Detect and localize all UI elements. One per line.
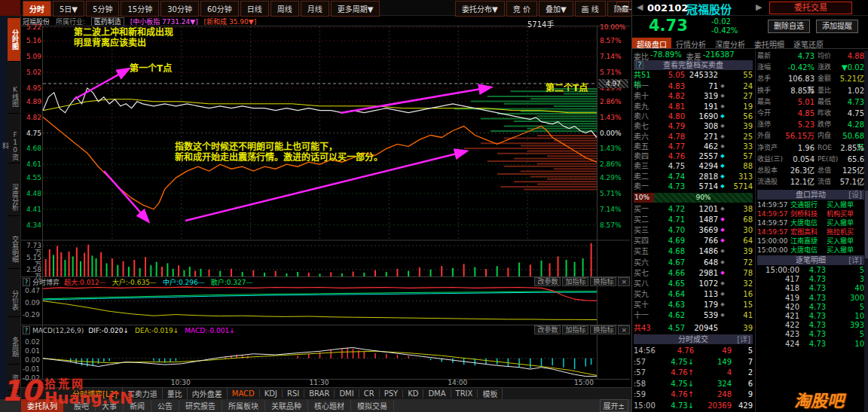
period-tab-5分钟[interactable]: 5分钟 bbox=[86, 1, 119, 17]
orderbook-row[interactable]: 买九4.64113◆16 bbox=[634, 289, 753, 299]
orderbook-row[interactable]: 共43档4.572094539 bbox=[634, 323, 753, 333]
indicator-tab-模板[interactable]: 模板 bbox=[478, 388, 503, 399]
indicator-tab-MACD[interactable]: MACD bbox=[228, 389, 260, 398]
pane-button[interactable]: × bbox=[618, 325, 630, 334]
orderbook-row[interactable]: 卖二4.742818◆313 bbox=[634, 172, 753, 182]
orderbook-row[interactable]: 卖三4.754294◆88 bbox=[634, 161, 753, 171]
period-tab-周线[interactable]: 周线 bbox=[270, 1, 299, 17]
orderbook-row[interactable]: 买十4.63179◆15 bbox=[634, 300, 753, 310]
pane-button[interactable]: × bbox=[618, 277, 630, 286]
sidebar-item-分时图[interactable]: 分时图 bbox=[8, 18, 20, 62]
indicator-tab-DMA[interactable]: DMA bbox=[423, 389, 451, 398]
panel-tab-超级盘口[interactable]: 超级盘口 bbox=[632, 38, 671, 48]
status-item-关联品种[interactable]: 关联品种 bbox=[265, 400, 308, 411]
indicator-tab-量比[interactable]: 量比 bbox=[163, 388, 188, 399]
orderbook-row[interactable]: 买六4.67648◆72 bbox=[634, 258, 753, 267]
sidebar-item-交易明细[interactable]: 交易明细 bbox=[8, 230, 20, 269]
period-tab-60分钟[interactable]: 60分钟 bbox=[200, 1, 239, 17]
orderbook-row[interactable]: 买八4.651072◆32 bbox=[634, 279, 753, 288]
period-tab-30分钟[interactable]: 30分钟 bbox=[160, 1, 199, 17]
indicator-tab-BRAR[interactable]: BRAR bbox=[304, 389, 335, 398]
indicator-tab-KD[interactable]: KD bbox=[403, 389, 423, 398]
period-tab-15分钟[interactable]: 15分钟 bbox=[121, 1, 159, 17]
pane-button[interactable]: 换指标 bbox=[590, 277, 616, 286]
status-item-所属板块[interactable]: 所属板块 bbox=[222, 400, 265, 411]
help-icon[interactable]: ? bbox=[23, 326, 30, 334]
panel-tab-深度分析[interactable]: 深度分析 bbox=[711, 38, 750, 48]
sidebar-item-分价表[interactable]: 分价表 bbox=[8, 283, 20, 317]
pane-button[interactable]: 换指标 bbox=[590, 325, 616, 334]
panel-scrollbar[interactable] bbox=[864, 50, 868, 412]
orderbook-row[interactable]: 买一4.721201◆38 bbox=[634, 204, 753, 214]
indicator-tab-DMI[interactable]: DMI bbox=[335, 389, 359, 398]
status-item-公告[interactable]: 公告 bbox=[151, 400, 179, 411]
anomaly-row[interactable]: 15:00:00江南嘉捷买入撤单 bbox=[757, 237, 864, 246]
orderbook-row[interactable]: 卖九4.81191◆19 bbox=[634, 102, 753, 111]
tool-button[interactable]: 竞 价 bbox=[506, 1, 537, 17]
pane-button[interactable]: 加指标 bbox=[562, 325, 588, 334]
indicator-tab-RSI[interactable]: RSI bbox=[283, 389, 304, 398]
orderbook-row[interactable]: 卖八4.801690◆56 bbox=[634, 111, 753, 121]
indicator-tab-PSY[interactable]: PSY bbox=[380, 389, 404, 398]
indicator-tab-KDJ[interactable]: KDJ bbox=[260, 389, 283, 398]
orderbook-row[interactable]: 十一4.62539◆41 bbox=[634, 310, 753, 320]
period-tab-分时[interactable]: 分时 bbox=[23, 1, 51, 17]
period-tab-日线[interactable]: 日线 bbox=[240, 1, 269, 17]
expand-toggle[interactable]: 展开± bbox=[600, 399, 628, 412]
anomaly-row[interactable]: 14:59:57交通银行买入撤单 bbox=[757, 200, 864, 209]
sidebar-item-多周期[interactable]: 多周期 bbox=[8, 330, 20, 365]
anomaly-row[interactable]: 14:59:57大唐电信买入撤单 bbox=[757, 218, 864, 227]
orderbook-row[interactable]: 买四4.69766◆64 bbox=[634, 236, 753, 246]
indicator-tab-TRIX[interactable]: TRIX bbox=[451, 389, 478, 398]
status-item-核心题材[interactable]: 核心题材 bbox=[308, 400, 351, 411]
full-orderbook-header[interactable]: ? 查看完整档买卖盘 bbox=[634, 60, 753, 70]
orderbook-row[interactable]: 卖一4.735714◆5714 bbox=[634, 182, 753, 191]
orderbook-row[interactable]: 买七4.662981◆78 bbox=[634, 268, 753, 278]
tool-button[interactable]: 委托分布▼ bbox=[455, 1, 505, 17]
help-icon[interactable]: ? bbox=[636, 61, 643, 69]
tool-button[interactable]: 画 线 bbox=[575, 1, 606, 17]
expand-icon[interactable]: ⤢ bbox=[616, 2, 629, 13]
panel-tab-行情分析[interactable]: 行情分析 bbox=[671, 38, 711, 48]
orderbook-row[interactable]: 十一4.8371◆24 bbox=[634, 81, 753, 91]
anomaly-row[interactable]: 15:00:00大唐电信买入撤单 bbox=[757, 246, 864, 255]
pane-button[interactable]: 改参数 bbox=[534, 277, 561, 286]
tick-trades-header[interactable]: 分时成交 [详] bbox=[634, 334, 753, 344]
add-alert-button[interactable]: 添加提醒 bbox=[816, 20, 858, 33]
indicator-tab-内外盘差[interactable]: 内外盘差 bbox=[188, 388, 228, 399]
orderbook-row[interactable]: 买二4.711487◆68 bbox=[634, 215, 753, 224]
sidebar-item-深度分析[interactable]: 深度分析 bbox=[8, 179, 20, 216]
volume: 319 bbox=[685, 91, 718, 101]
panel-tab-委托明细[interactable]: 委托明细 bbox=[750, 38, 789, 48]
status-item-研究报告[interactable]: 研究报告 bbox=[179, 400, 222, 411]
trade-button[interactable]: 委托交易 bbox=[769, 2, 852, 14]
next-stock-icon[interactable]: ▶ bbox=[756, 2, 762, 12]
tool-button[interactable]: 叠加▼ bbox=[539, 1, 573, 17]
anomaly-row[interactable]: 14:59:57宏图高科拖拉机买 bbox=[757, 227, 864, 237]
tick-detail-header[interactable]: 逐笔明细 [详] bbox=[757, 255, 864, 265]
pane-button[interactable]: 加指标 bbox=[562, 277, 588, 286]
orderbook-row[interactable]: 卖六4.78271◆25 bbox=[634, 132, 753, 142]
orderbook-row[interactable]: 买五4.681486◆39 bbox=[634, 246, 753, 256]
orderbook-row[interactable]: 买三4.703669◆30 bbox=[634, 225, 753, 235]
status-item-模拟交易[interactable]: 模拟交易 bbox=[351, 400, 394, 411]
order-anomaly-header[interactable]: 盘口异动 [设] bbox=[757, 190, 864, 200]
period-tab-更多周期▼[interactable]: 更多周期▼ bbox=[331, 1, 381, 17]
remove-favorite-button[interactable]: 删除自选 bbox=[768, 20, 810, 33]
trade-volume: 4 bbox=[694, 368, 732, 378]
orderbook-row[interactable]: 卖七4.79308◆39 bbox=[634, 121, 753, 131]
period-tab-月线[interactable]: 月线 bbox=[301, 1, 329, 17]
orderbook-row[interactable]: 共51档5.0524533255 bbox=[634, 70, 753, 80]
sidebar-item-K线图[interactable]: K线图 bbox=[8, 79, 20, 114]
prev-stock-icon[interactable]: ◀ bbox=[637, 2, 643, 12]
sidebar-item-F10资料[interactable]: F10资料 bbox=[8, 129, 20, 163]
indicator-tab-CR[interactable]: CR bbox=[359, 389, 380, 398]
period-tab-5日▼[interactable]: 5日▼ bbox=[53, 1, 84, 17]
orderbook-row[interactable]: 卖十4.82319◆27 bbox=[634, 91, 753, 101]
orderbook-row[interactable]: 卖四4.762557◆57 bbox=[634, 151, 753, 161]
settings-link[interactable]: [设] bbox=[848, 190, 862, 200]
panel-tab-逐笔还原[interactable]: 逐笔还原 bbox=[789, 38, 828, 48]
anomaly-row[interactable]: 14:59:57剑桥科技机构买单 bbox=[757, 209, 864, 218]
orderbook-row[interactable]: 卖五4.77462◆33 bbox=[634, 142, 753, 151]
pane-button[interactable]: 改参数 bbox=[534, 325, 561, 334]
